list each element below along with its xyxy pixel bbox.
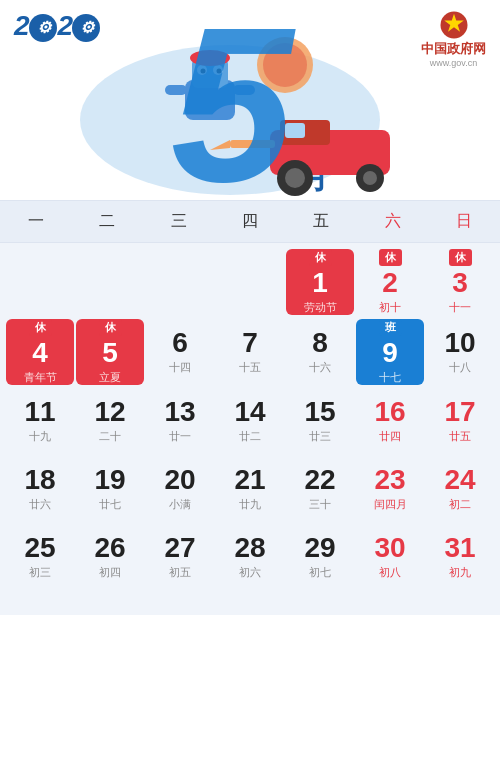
calendar-section: 一 二 三 四 五 六 日 休1劳动节休2初十休3十一休4青年节休5立夏6十四7…	[0, 200, 500, 615]
day-cell: 6十四	[146, 319, 214, 385]
day-number: 14	[234, 397, 265, 428]
day-sub: 十七	[379, 370, 401, 385]
day-sub: 初七	[309, 565, 331, 580]
day-number: 28	[234, 533, 265, 564]
day-cell: 10十八	[426, 319, 494, 385]
gov-emblem-icon	[439, 10, 469, 40]
day-cell	[76, 249, 144, 315]
day-number: 25	[24, 533, 55, 564]
day-cell: 19廿七	[76, 457, 144, 521]
day-sub: 三十	[309, 497, 331, 512]
day-sub: 闰四月	[374, 497, 407, 512]
day-cell: 休5立夏	[76, 319, 144, 385]
day-number: 8	[312, 328, 328, 359]
day-number: 16	[374, 397, 405, 428]
day-cell: 29初七	[286, 525, 354, 589]
day-cell	[6, 249, 74, 315]
day-sub: 廿七	[99, 497, 121, 512]
day-number: 7	[242, 328, 258, 359]
day-number: 18	[24, 465, 55, 496]
day-number: 10	[444, 328, 475, 359]
day-sub: 十四	[169, 360, 191, 375]
day-cell: 21廿九	[216, 457, 284, 521]
day-sub: 青年节	[24, 370, 57, 385]
day-cell: 8十六	[286, 319, 354, 385]
gov-logo: 中国政府网 www.gov.cn	[421, 10, 486, 68]
day-number: 9	[382, 338, 398, 369]
day-number: 20	[164, 465, 195, 496]
day-cell: 11十九	[6, 389, 74, 453]
day-number: 6	[172, 328, 188, 359]
day-sub: 初五	[169, 565, 191, 580]
day-cell: 20小满	[146, 457, 214, 521]
day-cell	[216, 249, 284, 315]
day-sub: 劳动节	[304, 300, 337, 315]
day-cell: 休4青年节	[6, 319, 74, 385]
day-cell: 16廿四	[356, 389, 424, 453]
header: 2⚙2⚙ 中国政府网 www.gov.cn 5 月	[0, 0, 500, 200]
day-sub: 廿一	[169, 429, 191, 444]
day-number: 5	[102, 338, 118, 369]
weekday-header: 一 二 三 四 五 六 日	[0, 200, 500, 243]
weekday-fri: 五	[286, 201, 357, 242]
svg-point-20	[363, 171, 377, 185]
day-cell: 7十五	[216, 319, 284, 385]
day-sub: 廿四	[379, 429, 401, 444]
day-cell: 24初二	[426, 457, 494, 521]
day-number: 26	[94, 533, 125, 564]
calendar-grid: 休1劳动节休2初十休3十一休4青年节休5立夏6十四7十五8十六班9十七10十八1…	[0, 243, 500, 595]
gear-zero2: ⚙	[72, 14, 100, 42]
day-number: 27	[164, 533, 195, 564]
day-sub: 十九	[29, 429, 51, 444]
day-cell: 14廿二	[216, 389, 284, 453]
day-number: 24	[444, 465, 475, 496]
day-badge: 休	[29, 319, 52, 336]
day-cell: 15廿三	[286, 389, 354, 453]
day-badge: 休	[379, 249, 402, 266]
day-sub: 初三	[29, 565, 51, 580]
day-sub: 立夏	[99, 370, 121, 385]
day-number: 4	[32, 338, 48, 369]
weekday-sun: 日	[429, 201, 500, 242]
day-cell: 休1劳动节	[286, 249, 354, 315]
day-sub: 初八	[379, 565, 401, 580]
day-number: 17	[444, 397, 475, 428]
day-sub: 廿九	[239, 497, 261, 512]
day-number: 15	[304, 397, 335, 428]
day-number: 13	[164, 397, 195, 428]
day-cell: 30初八	[356, 525, 424, 589]
day-number: 23	[374, 465, 405, 496]
gov-url: www.gov.cn	[430, 58, 477, 68]
year-logo: 2⚙2⚙	[14, 10, 101, 42]
gear-zero: ⚙	[29, 14, 57, 42]
day-cell: 12二十	[76, 389, 144, 453]
weekday-sat: 六	[357, 201, 428, 242]
day-cell: 休2初十	[356, 249, 424, 315]
weekday-thu: 四	[214, 201, 285, 242]
day-number: 19	[94, 465, 125, 496]
day-sub: 廿六	[29, 497, 51, 512]
day-sub: 十一	[449, 300, 471, 315]
day-cell	[146, 249, 214, 315]
day-badge: 休	[99, 319, 122, 336]
day-number: 22	[304, 465, 335, 496]
day-number: 21	[234, 465, 265, 496]
day-sub: 廿三	[309, 429, 331, 444]
day-number: 2	[382, 268, 398, 299]
day-number: 3	[452, 268, 468, 299]
day-sub: 初十	[379, 300, 401, 315]
day-sub: 初四	[99, 565, 121, 580]
day-cell: 31初九	[426, 525, 494, 589]
day-cell: 26初四	[76, 525, 144, 589]
day-cell: 28初六	[216, 525, 284, 589]
weekday-wed: 三	[143, 201, 214, 242]
header-top: 2⚙2⚙ 中国政府网 www.gov.cn	[0, 0, 500, 68]
day-sub: 十八	[449, 360, 471, 375]
day-sub: 初九	[449, 565, 471, 580]
day-badge: 休	[449, 249, 472, 266]
day-cell: 17廿五	[426, 389, 494, 453]
day-number: 11	[24, 397, 55, 428]
day-cell: 18廿六	[6, 457, 74, 521]
day-cell: 休3十一	[426, 249, 494, 315]
day-number: 31	[444, 533, 475, 564]
